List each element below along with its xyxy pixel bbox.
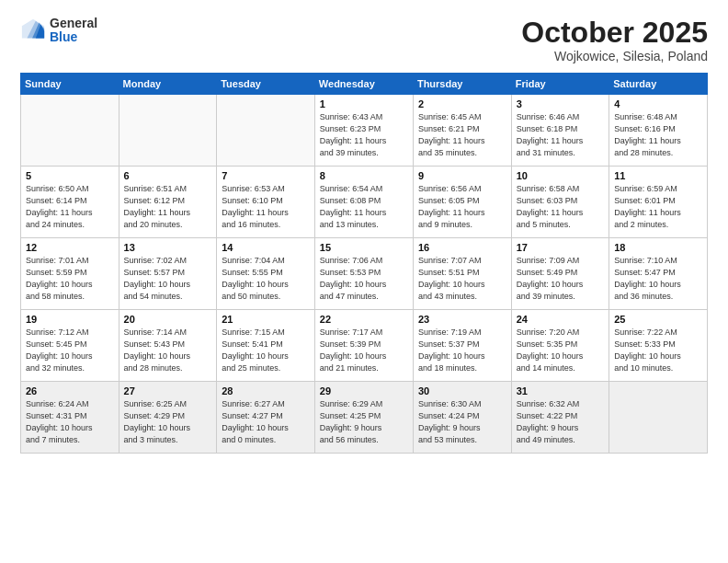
day-info: Sunrise: 7:09 AM Sunset: 5:49 PM Dayligh… (517, 255, 605, 303)
day-number: 27 (124, 385, 212, 396)
day-info: Sunrise: 7:20 AM Sunset: 5:35 PM Dayligh… (517, 327, 605, 374)
calendar-cell (21, 95, 119, 167)
calendar-cell: 12Sunrise: 7:01 AM Sunset: 5:59 PM Dayli… (21, 238, 119, 310)
calendar-cell (609, 382, 708, 454)
calendar-cell (217, 95, 315, 167)
day-info: Sunrise: 7:04 AM Sunset: 5:55 PM Dayligh… (222, 255, 310, 303)
calendar-cell: 26Sunrise: 6:24 AM Sunset: 4:31 PM Dayli… (21, 382, 119, 454)
day-info: Sunrise: 6:56 AM Sunset: 6:05 PM Dayligh… (418, 183, 506, 231)
calendar-cell: 7Sunrise: 6:53 AM Sunset: 6:10 PM Daylig… (217, 167, 315, 238)
calendar-cell: 5Sunrise: 6:50 AM Sunset: 6:14 PM Daylig… (21, 167, 119, 238)
calendar-cell: 2Sunrise: 6:45 AM Sunset: 6:21 PM Daylig… (413, 95, 511, 167)
day-info: Sunrise: 6:51 AM Sunset: 6:12 PM Dayligh… (124, 183, 212, 231)
day-number: 14 (222, 242, 310, 253)
day-info: Sunrise: 7:14 AM Sunset: 5:43 PM Dayligh… (124, 327, 212, 374)
day-info: Sunrise: 6:45 AM Sunset: 6:21 PM Dayligh… (418, 111, 506, 159)
logo-icon (20, 17, 46, 43)
calendar-title: October 2025 (521, 17, 708, 49)
calendar-cell: 20Sunrise: 7:14 AM Sunset: 5:43 PM Dayli… (119, 310, 217, 382)
calendar-cell: 17Sunrise: 7:09 AM Sunset: 5:49 PM Dayli… (511, 238, 609, 310)
calendar-header: SundayMondayTuesdayWednesdayThursdayFrid… (21, 74, 708, 95)
day-number: 6 (124, 170, 212, 181)
day-number: 1 (320, 98, 408, 109)
calendar-cell: 11Sunrise: 6:59 AM Sunset: 6:01 PM Dayli… (609, 167, 708, 238)
page: General Blue October 2025 Wojkowice, Sil… (0, 0, 728, 563)
day-info: Sunrise: 7:19 AM Sunset: 5:37 PM Dayligh… (418, 327, 506, 374)
calendar-cell: 9Sunrise: 6:56 AM Sunset: 6:05 PM Daylig… (413, 167, 511, 238)
day-info: Sunrise: 6:25 AM Sunset: 4:29 PM Dayligh… (124, 398, 212, 446)
day-info: Sunrise: 7:12 AM Sunset: 5:45 PM Dayligh… (26, 327, 114, 374)
day-info: Sunrise: 6:32 AM Sunset: 4:22 PM Dayligh… (517, 398, 605, 446)
day-number: 11 (614, 170, 702, 181)
weekday-header-friday: Friday (511, 74, 609, 95)
day-number: 12 (26, 242, 114, 253)
calendar-cell: 10Sunrise: 6:58 AM Sunset: 6:03 PM Dayli… (511, 167, 609, 238)
calendar-week-row: 5Sunrise: 6:50 AM Sunset: 6:14 PM Daylig… (21, 167, 708, 238)
day-number: 4 (614, 98, 702, 109)
day-info: Sunrise: 6:24 AM Sunset: 4:31 PM Dayligh… (26, 398, 114, 446)
logo: General Blue (20, 17, 97, 45)
day-info: Sunrise: 6:29 AM Sunset: 4:25 PM Dayligh… (320, 398, 408, 446)
calendar-week-row: 19Sunrise: 7:12 AM Sunset: 5:45 PM Dayli… (21, 310, 708, 382)
day-number: 16 (418, 242, 506, 253)
calendar-cell: 19Sunrise: 7:12 AM Sunset: 5:45 PM Dayli… (21, 310, 119, 382)
day-info: Sunrise: 6:54 AM Sunset: 6:08 PM Dayligh… (320, 183, 408, 231)
day-info: Sunrise: 6:53 AM Sunset: 6:10 PM Dayligh… (222, 183, 310, 231)
day-number: 5 (26, 170, 114, 181)
day-info: Sunrise: 6:58 AM Sunset: 6:03 PM Dayligh… (517, 183, 605, 231)
day-info: Sunrise: 6:27 AM Sunset: 4:27 PM Dayligh… (222, 398, 310, 446)
weekday-header-row: SundayMondayTuesdayWednesdayThursdayFrid… (21, 74, 708, 95)
calendar-cell: 3Sunrise: 6:46 AM Sunset: 6:18 PM Daylig… (511, 95, 609, 167)
calendar-week-row: 1Sunrise: 6:43 AM Sunset: 6:23 PM Daylig… (21, 95, 708, 167)
day-number: 31 (517, 385, 605, 396)
day-number: 22 (320, 314, 408, 325)
day-number: 25 (614, 314, 702, 325)
day-info: Sunrise: 7:22 AM Sunset: 5:33 PM Dayligh… (614, 327, 702, 374)
calendar-cell: 30Sunrise: 6:30 AM Sunset: 4:24 PM Dayli… (413, 382, 511, 454)
calendar-cell: 8Sunrise: 6:54 AM Sunset: 6:08 PM Daylig… (314, 167, 413, 238)
calendar-cell: 25Sunrise: 7:22 AM Sunset: 5:33 PM Dayli… (609, 310, 708, 382)
title-block: October 2025 Wojkowice, Silesia, Poland (521, 17, 708, 63)
day-info: Sunrise: 6:50 AM Sunset: 6:14 PM Dayligh… (26, 183, 114, 231)
calendar-cell: 24Sunrise: 7:20 AM Sunset: 5:35 PM Dayli… (511, 310, 609, 382)
day-number: 15 (320, 242, 408, 253)
day-info: Sunrise: 6:43 AM Sunset: 6:23 PM Dayligh… (320, 111, 408, 159)
day-number: 29 (320, 385, 408, 396)
calendar-cell: 27Sunrise: 6:25 AM Sunset: 4:29 PM Dayli… (119, 382, 217, 454)
calendar-cell: 28Sunrise: 6:27 AM Sunset: 4:27 PM Dayli… (217, 382, 315, 454)
day-info: Sunrise: 6:59 AM Sunset: 6:01 PM Dayligh… (614, 183, 702, 231)
calendar-cell: 6Sunrise: 6:51 AM Sunset: 6:12 PM Daylig… (119, 167, 217, 238)
day-number: 13 (124, 242, 212, 253)
day-number: 20 (124, 314, 212, 325)
day-info: Sunrise: 7:01 AM Sunset: 5:59 PM Dayligh… (26, 255, 114, 303)
day-number: 18 (614, 242, 702, 253)
weekday-header-monday: Monday (119, 74, 217, 95)
day-info: Sunrise: 7:07 AM Sunset: 5:51 PM Dayligh… (418, 255, 506, 303)
calendar-subtitle: Wojkowice, Silesia, Poland (521, 49, 708, 63)
day-number: 26 (26, 385, 114, 396)
calendar-week-row: 26Sunrise: 6:24 AM Sunset: 4:31 PM Dayli… (21, 382, 708, 454)
day-info: Sunrise: 7:10 AM Sunset: 5:47 PM Dayligh… (614, 255, 702, 303)
logo-general: General (50, 17, 97, 30)
day-number: 10 (517, 170, 605, 181)
calendar-cell (119, 95, 217, 167)
calendar-cell: 15Sunrise: 7:06 AM Sunset: 5:53 PM Dayli… (314, 238, 413, 310)
day-info: Sunrise: 6:48 AM Sunset: 6:16 PM Dayligh… (614, 111, 702, 159)
calendar-cell: 31Sunrise: 6:32 AM Sunset: 4:22 PM Dayli… (511, 382, 609, 454)
day-info: Sunrise: 7:17 AM Sunset: 5:39 PM Dayligh… (320, 327, 408, 374)
weekday-header-tuesday: Tuesday (217, 74, 315, 95)
day-info: Sunrise: 6:30 AM Sunset: 4:24 PM Dayligh… (418, 398, 506, 446)
day-number: 3 (517, 98, 605, 109)
calendar-cell: 4Sunrise: 6:48 AM Sunset: 6:16 PM Daylig… (609, 95, 708, 167)
weekday-header-wednesday: Wednesday (314, 74, 413, 95)
calendar-cell: 14Sunrise: 7:04 AM Sunset: 5:55 PM Dayli… (217, 238, 315, 310)
day-number: 28 (222, 385, 310, 396)
day-info: Sunrise: 7:15 AM Sunset: 5:41 PM Dayligh… (222, 327, 310, 374)
logo-blue: Blue (50, 30, 97, 44)
calendar-table: SundayMondayTuesdayWednesdayThursdayFrid… (20, 73, 708, 454)
logo-text: General Blue (50, 17, 97, 45)
calendar-cell: 16Sunrise: 7:07 AM Sunset: 5:51 PM Dayli… (413, 238, 511, 310)
day-info: Sunrise: 7:02 AM Sunset: 5:57 PM Dayligh… (124, 255, 212, 303)
calendar-cell: 22Sunrise: 7:17 AM Sunset: 5:39 PM Dayli… (314, 310, 413, 382)
day-number: 30 (418, 385, 506, 396)
